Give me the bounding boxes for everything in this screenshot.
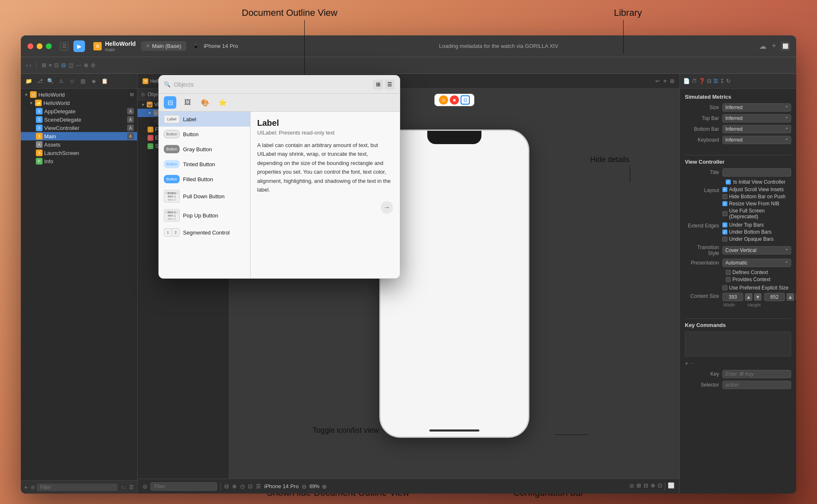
back-button[interactable]: ‹ — [26, 62, 28, 68]
zoom-in-button[interactable]: ⊕ — [322, 483, 327, 490]
blue-btn[interactable]: ⊡ — [461, 95, 470, 105]
navigator-filter-input[interactable] — [37, 484, 118, 491]
toolbar-icon-4[interactable]: ⋯ — [76, 62, 81, 68]
bottom-icon-3[interactable]: ◷ — [240, 483, 245, 489]
bottom-icon-5[interactable]: ☰ — [256, 483, 261, 489]
forward-button[interactable]: › — [29, 62, 31, 68]
insp-icon-4[interactable]: ⊟ — [707, 78, 712, 84]
nav-main[interactable]: S Main A — [21, 132, 137, 140]
canvas-filter-input[interactable] — [150, 482, 217, 491]
nav-viewcontroller[interactable]: S ViewController A — [21, 124, 137, 132]
transition-control[interactable]: Cover Vertical ⌃ — [722, 246, 791, 254]
detail-arrow-button[interactable]: → — [381, 201, 393, 214]
sidebar-toggle-icon[interactable]: ☰ — [60, 42, 68, 50]
bottom-right-icon-2[interactable]: ⊞ — [637, 482, 641, 491]
filter-icon-bottom[interactable]: ◎ — [143, 483, 147, 489]
add-icon[interactable]: + — [772, 42, 776, 50]
inspector-bottom-icon[interactable]: ⬜ — [668, 482, 674, 491]
width-down[interactable]: ▼ — [754, 293, 762, 301]
lib-item-popup[interactable]: Item 1 Item 1 Item 2 Pop Up Button — [159, 206, 250, 225]
nav-sort-icon[interactable]: ↑↓ — [121, 484, 126, 490]
warning-nav-icon[interactable]: ⚠ — [57, 77, 66, 86]
grid-icon[interactable]: ⊞ — [42, 62, 46, 68]
nav-assets[interactable]: A Assets — [21, 140, 137, 149]
bottom-icon-4[interactable]: ⊡ — [248, 483, 253, 489]
hide-bottom-checkbox[interactable] — [722, 194, 727, 199]
key-input[interactable] — [722, 370, 791, 378]
topbar-control[interactable]: Inferred ⌃ — [722, 114, 791, 122]
lib-tab-colors[interactable]: 🎨 — [199, 96, 211, 109]
remove-key-button[interactable]: − — [690, 360, 693, 367]
bottom-icon-1[interactable]: ⊟ — [224, 483, 229, 489]
lib-item-tinted-button[interactable]: Button Tinted Button — [159, 157, 250, 172]
file-nav-icon[interactable]: 📁 — [24, 77, 33, 86]
minimize-button[interactable] — [37, 43, 43, 49]
insp-icon-1[interactable]: 📄 — [683, 78, 690, 84]
toolbar-icon-active[interactable]: ⊟ — [61, 62, 66, 68]
debug-nav-icon[interactable]: ▥ — [78, 77, 88, 86]
zoom-out-button[interactable]: ⊖ — [302, 483, 307, 490]
list-icon[interactable]: ≡ — [663, 78, 667, 84]
report-nav-icon[interactable]: 📋 — [100, 77, 109, 86]
split-icon[interactable]: ⊞ — [670, 78, 674, 84]
tab-close-icon[interactable]: ✕ — [146, 43, 150, 49]
lib-tab-ui[interactable]: ⊟ — [164, 96, 176, 109]
breakpoint-nav-icon[interactable]: ◈ — [89, 77, 98, 86]
insp-icon-2[interactable]: ⏱ — [692, 78, 697, 84]
vcs-nav-icon[interactable]: ⎇ — [35, 77, 44, 86]
bottombar-control[interactable]: Inferred ⌃ — [722, 125, 791, 133]
adjust-scroll-checkbox[interactable]: ✓ — [722, 187, 727, 192]
red-btn[interactable]: ■ — [450, 95, 459, 105]
add-key-button[interactable]: + — [685, 360, 688, 367]
defines-context-checkbox[interactable] — [726, 270, 731, 275]
under-top-bars-checkbox[interactable]: ✓ — [722, 222, 727, 227]
nav-launchscreen[interactable]: S LaunchScreen — [21, 149, 137, 157]
lib-item-segmented[interactable]: 1 2 Segmented Control — [159, 225, 250, 240]
toolbar-icon-6[interactable]: ⊘ — [91, 62, 95, 68]
maximize-button[interactable] — [46, 43, 52, 49]
test-nav-icon[interactable]: ◇ — [68, 77, 77, 86]
under-opaque-checkbox[interactable] — [722, 237, 727, 242]
toolbar-icon-1[interactable]: ≡ — [49, 62, 52, 68]
lib-tab-files[interactable]: ⭐ — [216, 96, 229, 109]
title-input[interactable] — [722, 168, 791, 177]
nav-info[interactable]: P Info — [21, 157, 137, 165]
insp-icon-active[interactable]: ☰ — [713, 78, 718, 84]
lib-item-button[interactable]: Button Button — [159, 127, 250, 142]
close-button[interactable] — [28, 43, 33, 49]
lib-tab-images[interactable]: 🖼 — [181, 96, 194, 109]
under-bottom-bars-checkbox[interactable]: ✓ — [722, 230, 727, 235]
fullscreen-checkbox[interactable] — [722, 211, 727, 216]
run-button[interactable]: ▶ — [73, 40, 85, 52]
grid-view-btn[interactable]: ⊞ — [373, 80, 383, 90]
presentation-control[interactable]: Automatic ⌃ — [722, 259, 791, 267]
selector-input[interactable] — [722, 381, 791, 389]
nav-options-icon[interactable]: ☰ — [129, 484, 134, 490]
insp-icon-6[interactable]: ↻ — [726, 78, 731, 84]
nav-project-root[interactable]: ▼ ⊞ HelloWorld M — [21, 90, 137, 99]
use-preferred-checkbox[interactable] — [722, 285, 727, 290]
lib-item-filled-button[interactable]: Button Filled Button — [159, 172, 250, 187]
main-tab[interactable]: ✕ Main (Base) — [141, 41, 186, 51]
bottom-right-icon-5[interactable]: ⊡ — [658, 482, 662, 491]
bottom-right-icon-3[interactable]: ⊟ — [644, 482, 648, 491]
undo-icon[interactable]: ↩ — [655, 78, 660, 84]
orange-btn[interactable]: ◎ — [439, 95, 448, 105]
cloud-icon[interactable]: ☁ — [759, 42, 767, 51]
toolbar-icon-2[interactable]: ⊡ — [54, 62, 59, 68]
is-initial-checkbox[interactable]: ✓ — [726, 180, 731, 185]
bottom-icon-2[interactable]: ⊕ — [232, 483, 237, 489]
width-up[interactable]: ▲ — [745, 293, 752, 301]
search-nav-icon[interactable]: 🔍 — [46, 77, 55, 86]
toolbar-icon-3[interactable]: ◫ — [68, 62, 73, 68]
add-file-button[interactable]: + — [24, 484, 28, 491]
keyboard-control[interactable]: Inferred ⌃ — [722, 136, 791, 144]
list-view-btn[interactable]: ☰ — [385, 80, 395, 90]
nav-group-helloworld[interactable]: ▼ 📁 HelloWorld — [21, 99, 137, 107]
nav-appdelegate[interactable]: S AppDelegate A — [21, 107, 137, 115]
lib-item-label[interactable]: Label Label — [159, 112, 250, 127]
lib-search-placeholder[interactable]: Objects — [174, 81, 370, 88]
bottom-right-icon-4[interactable]: ⊕ — [651, 482, 655, 491]
inspector-toggle-icon[interactable]: ⬜ — [781, 42, 789, 50]
lib-item-gray-button[interactable]: Button Gray Button — [159, 142, 250, 157]
